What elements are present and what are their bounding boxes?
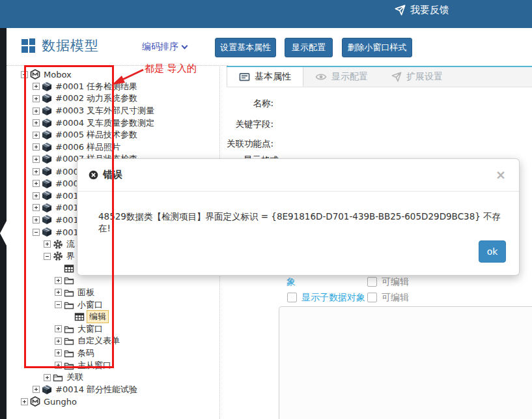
- feedback-button[interactable]: 我要反馈: [395, 4, 449, 16]
- chevron-down-icon: [182, 42, 188, 49]
- expand-icon[interactable]: [33, 180, 40, 187]
- form-label-func-point: 关联功能点:: [221, 138, 273, 150]
- tree-item-relation[interactable]: 关联: [44, 371, 219, 384]
- tree-item-gungho[interactable]: Gungho: [21, 396, 219, 408]
- folder-icon: [64, 360, 74, 371]
- expand-icon[interactable]: [33, 95, 40, 102]
- set-basic-props-button[interactable]: 设置基本属性: [215, 38, 276, 57]
- collapse-arrow-icon[interactable]: [0, 221, 7, 246]
- folder-icon: [64, 336, 74, 346]
- expand-icon[interactable]: [21, 398, 28, 405]
- cube-icon: [42, 190, 52, 201]
- sort-label: 编码排序: [142, 41, 178, 53]
- expand-icon[interactable]: [55, 325, 62, 332]
- annotation-note: 都是 导入的: [145, 63, 197, 75]
- expand-icon[interactable]: [33, 216, 40, 224]
- cube-icon: [42, 93, 52, 104]
- expand-icon[interactable]: [55, 338, 62, 345]
- tree-item-barcode[interactable]: 条码: [55, 347, 219, 360]
- table-grid-icon: [64, 263, 74, 274]
- modal-header: 错误 ×: [77, 159, 519, 192]
- close-icon[interactable]: ×: [496, 169, 506, 181]
- cube-icon: [42, 214, 52, 225]
- error-modal: 错误 × 48529数据类【检测项目】界面定义标识 = {8E91816D-D7…: [77, 158, 520, 276]
- tree-item-0006[interactable]: #0006 样品照片: [33, 141, 219, 154]
- tree-item-0001[interactable]: #0001 任务检测结果: [33, 81, 219, 93]
- properties-tab-bar: 基本属性 显示配置 扩展设置: [227, 66, 532, 87]
- collapse-icon[interactable]: [33, 229, 40, 236]
- expand-icon[interactable]: [33, 204, 40, 211]
- expand-icon[interactable]: [44, 374, 51, 381]
- collapse-icon[interactable]: [44, 253, 51, 260]
- expand-icon[interactable]: [55, 362, 62, 369]
- cube-icon: [42, 142, 52, 152]
- modal-title: 错误: [103, 169, 122, 181]
- expand-icon[interactable]: [55, 277, 62, 284]
- cube-icon: [42, 384, 52, 395]
- tab-label: 基本属性: [255, 71, 291, 83]
- tab-label: 扩展设置: [406, 71, 443, 83]
- mobox-logo-icon: [30, 396, 40, 407]
- tree-item-0002[interactable]: #0002 动力系统参数: [33, 93, 219, 105]
- top-bar: 我要反馈: [0, 0, 532, 28]
- expand-icon[interactable]: [33, 108, 40, 115]
- tree-item-0014[interactable]: #0014 部分性能试验: [33, 383, 219, 396]
- sort-dropdown[interactable]: 编码排序: [142, 41, 187, 53]
- collapsed-sidebar-strip[interactable]: [0, 28, 7, 419]
- display-config-button[interactable]: 显示配置: [285, 38, 333, 57]
- form-label-key-field: 关键字段:: [221, 119, 273, 130]
- editable-checkbox-2[interactable]: [367, 293, 377, 302]
- table-grid-icon: [74, 311, 85, 322]
- tree-item-master-detail[interactable]: 主从窗口: [55, 359, 219, 371]
- app-grid-logo: [21, 38, 36, 53]
- tab-label: 显示配置: [331, 71, 368, 83]
- expand-icon[interactable]: [33, 192, 40, 199]
- expand-icon[interactable]: [33, 143, 40, 151]
- folder-icon: [64, 348, 74, 358]
- expand-icon[interactable]: [44, 240, 51, 248]
- cube-icon: [42, 106, 52, 116]
- gear-icon: [53, 239, 63, 250]
- show-child-checkbox[interactable]: [287, 293, 297, 302]
- form-label-name: 名称:: [221, 98, 273, 109]
- tree-item-folder[interactable]: [55, 274, 219, 287]
- eye-icon: [315, 71, 327, 83]
- expand-icon[interactable]: [33, 168, 40, 175]
- expand-icon[interactable]: [33, 132, 40, 139]
- tree-item-panel[interactable]: 面板: [55, 287, 219, 299]
- ok-button[interactable]: ok: [479, 240, 506, 263]
- modal-message: 48529数据类【检测项目】界面定义标识 = {8E91816D-D701-43…: [77, 192, 519, 235]
- editable-checkbox-1[interactable]: [367, 277, 377, 287]
- expand-icon[interactable]: [33, 386, 40, 393]
- feedback-label: 我要反馈: [410, 4, 449, 16]
- cube-icon: [42, 81, 52, 92]
- expand-icon[interactable]: [55, 349, 62, 356]
- page-title: 数据模型: [42, 36, 99, 55]
- folder-icon: [64, 275, 74, 285]
- tab-extend-settings[interactable]: 扩展设置: [380, 67, 455, 87]
- tab-display-config[interactable]: 显示配置: [303, 67, 380, 87]
- tree-item-0003[interactable]: #0003 叉车外部尺寸测量: [33, 105, 219, 117]
- expand-icon[interactable]: [55, 289, 62, 296]
- tree-item-small-window[interactable]: 小窗口: [55, 298, 219, 311]
- tree-item-large-window[interactable]: 大窗口: [55, 323, 219, 335]
- cube-icon: [42, 130, 52, 140]
- expand-icon[interactable]: [33, 156, 40, 163]
- folder-icon: [53, 372, 63, 383]
- expand-icon[interactable]: [21, 71, 28, 78]
- cube-icon: [42, 166, 52, 177]
- collapse-icon[interactable]: [55, 301, 62, 308]
- tab-basic-props[interactable]: 基本属性: [227, 67, 303, 87]
- cube-icon: [42, 203, 52, 213]
- expand-icon[interactable]: [33, 83, 40, 90]
- folder-icon: [64, 287, 74, 298]
- tree-item-edit-selected[interactable]: 编辑: [74, 311, 219, 323]
- detail-content-box[interactable]: [279, 306, 532, 419]
- expand-icon[interactable]: [33, 119, 40, 126]
- tree-item-0005[interactable]: #0005 样品技术参数: [33, 129, 219, 141]
- cube-icon: [42, 154, 52, 164]
- tree-item-custom-form[interactable]: 自定义表单: [55, 335, 219, 347]
- tree-item-0004[interactable]: #0004 叉车质量参数测定: [33, 117, 219, 129]
- cube-icon: [42, 227, 52, 237]
- delete-window-style-button[interactable]: 删除小窗口样式: [342, 38, 412, 57]
